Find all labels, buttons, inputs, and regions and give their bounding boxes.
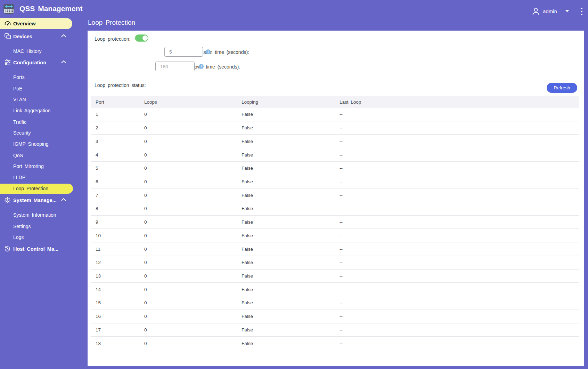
loop-protection-status-label: Loop protection status: [95,82,146,88]
sidebar-item-lldp[interactable]: LLDP [0,173,81,182]
history-icon [4,246,11,252]
table-cell: 0 [144,152,242,158]
table-cell: 0 [144,179,242,184]
table-cell: False [242,273,340,279]
table-cell: 0 [144,314,242,319]
table-cell: False [242,341,340,346]
table-cell: 11 [96,247,144,252]
sidebar-item-settings[interactable]: Settings [0,222,81,231]
table-cell: False [242,125,340,130]
transmission-info-icon[interactable]: i [206,49,211,54]
table-row: 60False-- [91,175,579,189]
table-row: 170False-- [91,323,579,337]
sidebar-item-loop-protection-active[interactable]: Loop Protection [0,184,73,194]
table-cell: -- [340,314,579,319]
user-icon[interactable] [532,7,540,16]
sidebar-item-poe[interactable]: PoE [0,84,81,93]
content-card: Loop protection: Transmission time (seco… [88,31,584,366]
table-cell: 10 [96,233,144,238]
table-row: 90False-- [91,216,579,229]
table-cell: -- [340,179,579,184]
table-cell: -- [340,327,579,332]
sidebar-item-label: QoS [13,151,23,160]
table-cell: 0 [144,193,242,198]
sidebar-item-ports[interactable]: Ports [0,73,81,82]
username-label[interactable]: admin [543,8,557,14]
sidebar-item-label: MAC History [13,47,42,56]
app-logo-icon [3,3,15,15]
table-row: 80False-- [91,202,579,216]
table-cell: 0 [144,219,242,225]
app-title: QSS Management [19,5,83,13]
chevron-up-icon[interactable] [61,61,66,63]
table-body: 10False--20False--30False--40False--50Fa… [91,108,579,350]
sidebar-item-logs[interactable]: Logs [0,233,81,242]
page-title: Loop Protection [88,19,135,26]
column-header-port: Port [96,99,144,105]
refresh-button[interactable]: Refresh [547,83,577,93]
table-row: 30False-- [91,135,579,148]
table-cell: -- [340,260,579,265]
sidebar-item-traffic[interactable]: Traffic [0,118,81,127]
table-cell: False [242,112,340,117]
sidebar-group-configuration[interactable]: Configuration [0,58,81,67]
shutdown-time-input[interactable] [155,62,195,71]
table-cell: 15 [96,300,144,305]
sidebar-item-label: System Manage... [13,196,57,205]
user-dropdown-caret-icon[interactable] [565,10,569,12]
sidebar-group-devices[interactable]: Devices [0,32,81,41]
table-cell: 16 [96,314,144,319]
table-row: 20False-- [91,121,579,135]
column-header-loops: Loops [144,99,242,105]
sidebar-item-mac-history[interactable]: MAC History [0,47,81,56]
chevron-up-icon[interactable] [61,34,66,37]
table-header: Port Loops Looping Last Loop [91,96,579,108]
table-cell: False [242,206,340,211]
table-cell: -- [340,300,579,305]
table-cell: -- [340,193,579,198]
table-cell: 7 [96,193,144,198]
table-cell: 0 [144,260,242,265]
kebab-menu-icon[interactable] [581,8,583,17]
sidebar-item-overview[interactable]: Overview [0,18,72,29]
sidebar-item-label: Traffic [13,118,26,127]
sidebar-group-system-management[interactable]: System Manage... [0,196,81,205]
table-cell: -- [340,139,579,144]
sidebar-item-vlan[interactable]: VLAN [0,95,81,104]
sidebar-item-label: Loop Protection [13,184,48,194]
shutdown-info-icon[interactable]: i [199,64,204,69]
sidebar-group-host-control[interactable]: Host Control Ma... [0,244,81,254]
table-row: 130False-- [91,270,579,283]
toggle-knob [142,35,148,41]
table-cell: 5 [96,166,144,171]
table-row: 150False-- [91,296,579,310]
sidebar-item-label: Security [13,128,31,137]
table-cell: -- [340,233,579,238]
gear-icon [4,197,11,204]
sidebar-item-igmp-snooping[interactable]: IGMP Snooping [0,139,81,149]
sidebar-item-security[interactable]: Security [0,128,81,137]
table-cell: 0 [144,300,242,305]
table-cell: False [242,300,340,305]
loop-protection-toggle[interactable] [135,34,148,42]
table-cell: -- [340,112,579,117]
chevron-up-icon[interactable] [61,198,66,201]
table-cell: False [242,139,340,144]
loop-status-table: Port Loops Looping Last Loop 10False--20… [91,96,579,350]
table-cell: -- [340,273,579,279]
sidebar-item-label: LLDP [13,173,25,182]
table-cell: 0 [144,125,242,130]
sidebar-item-link-aggregation[interactable]: Link Aggregation [0,106,81,115]
table-cell: False [242,219,340,225]
table-cell: 1 [96,112,144,117]
transmission-time-input[interactable] [164,47,203,57]
column-header-last-loop: Last Loop [340,99,579,105]
loop-protection-label: Loop protection: [95,36,130,42]
table-cell: 0 [144,287,242,292]
sidebar-item-port-mirroring[interactable]: Port Mirroring [0,162,81,171]
sidebar-item-qos[interactable]: QoS [0,151,81,160]
sidebar-item-system-information[interactable]: System Information [0,210,81,219]
table-cell: 17 [96,327,144,332]
sliders-icon [4,59,11,66]
table-row: 50False-- [91,162,579,175]
